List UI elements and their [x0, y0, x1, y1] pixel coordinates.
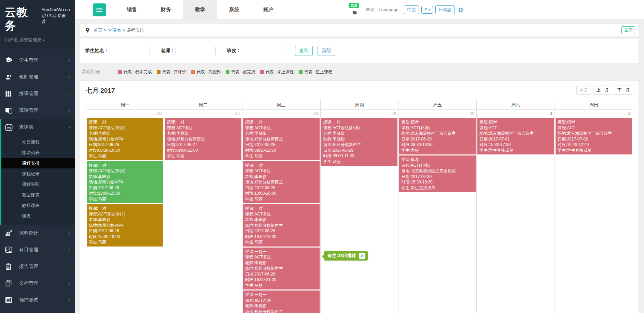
legend-item: 代表 : 都完成: [226, 69, 255, 75]
breadcrumb-link-查课表[interactable]: 查课表: [108, 28, 121, 33]
event-card[interactable]: 授课:一对一课程:ACT语法老师:李晓影场地:郑州分校新西兰: [243, 290, 320, 313]
language-button-En[interactable]: En: [421, 6, 433, 14]
event-line: 时段:08:30-10:30: [401, 142, 474, 148]
event-line: 时段:09:00-11:00: [167, 148, 239, 153]
chevron-left-icon: ‹: [68, 74, 70, 80]
sidebar-item-科目管理[interactable]: 5+2科目管理‹: [0, 241, 75, 258]
sidebar-item-学生管理[interactable]: 学生管理‹: [0, 52, 75, 69]
day-cell-29: 29授课:一对一课程:ACT语法(补排)老师:李晓影助教:李晓影场地:郑州分校新…: [320, 110, 398, 313]
event-line: 学生:马丽: [89, 153, 161, 159]
user-menu[interactable]: 用户名:系统管理员: [0, 35, 75, 49]
calendar-23-icon: 23: [5, 123, 15, 131]
sidebar-item-报告管理[interactable]: 报告管理‹: [0, 258, 75, 275]
sidebar-item-查课表[interactable]: 23查课表‹: [1, 119, 75, 135]
submenu-item-课程安排[interactable]: 课程安排: [1, 158, 75, 168]
tab-销售[interactable]: 销售: [115, 0, 149, 19]
masks-icon: [5, 106, 15, 115]
event-card[interactable]: 授课:一对一课程:ACT语法老师:李晓影场地:郑州分校新西兰日期:2017-06…: [165, 118, 241, 160]
event-card[interactable]: 授课:一对一课程:ACT语法(补排)老师:李晓影场地:郑州分校VIP4日期:20…: [87, 204, 163, 247]
clear-button[interactable]: 清除: [318, 46, 335, 56]
submenu-item-排课列表[interactable]: 排课列表: [1, 147, 75, 158]
legend-item-label: 代表 : 只评价: [162, 69, 186, 75]
calendar-button-下一月[interactable]: 下一月: [614, 86, 633, 95]
event-line: 学生:马丽: [245, 239, 318, 245]
event-line: 日期:2017-06-30: [401, 136, 474, 142]
submenu-item-教室课表[interactable]: 教室课表: [1, 190, 75, 200]
filter-label: 老师 :: [161, 48, 173, 54]
event-line: 时段:08:30-10:30: [89, 148, 161, 153]
event-card[interactable]: 类型:模考课程:ACT(补排)场地:北京海淀校区三层会议室日期:2017-06-…: [399, 118, 476, 154]
brand-domain: YunJiaoWu.cn: [42, 7, 71, 12]
tooltip-close-icon[interactable]: ✕: [359, 253, 365, 259]
logout-icon[interactable]: [458, 7, 464, 13]
sidebar-item-班课管理[interactable]: 班课管理‹: [0, 102, 75, 119]
event-card[interactable]: 类型:模考课程:ACT场地:北京海淀校区三层会议室日期:2017-07-02时段…: [556, 118, 632, 154]
event-card[interactable]: 授课:一对一课程:ACT语法老师:李晓影场地:郑州分校新西兰日期:2017-06…: [243, 161, 320, 204]
word-label[interactable]: 单词: [366, 7, 375, 13]
event-card[interactable]: 授课:一对一课程:ACT语法(补排)老师:李晓影场地:郑州分校VIP4日期:20…: [87, 161, 163, 204]
event-card[interactable]: 授课:一对一课程:ACT语法(补排)老师:李晓影助教:李晓影场地:郑州分校新西兰…: [321, 118, 398, 166]
event-line: 场地:北京海淀校区三层会议室: [558, 131, 630, 136]
breadcrumb-separator: >: [123, 28, 125, 33]
event-line: 日期:2017-06-28: [245, 142, 318, 148]
submenu-item-教师课表[interactable]: 教师课表: [1, 200, 75, 211]
filter-input-老师[interactable]: [176, 47, 216, 55]
language-button-中文[interactable]: 中文: [404, 5, 419, 14]
submenu-item-课表[interactable]: 课表: [1, 211, 75, 221]
calendar-button-本月[interactable]: 本月: [576, 86, 591, 95]
tab-账户[interactable]: 账户: [251, 0, 285, 19]
event-line: 场地:郑州分校新西兰: [245, 309, 318, 313]
filter-input-学生姓名[interactable]: [110, 47, 150, 55]
event-line: 场地:郑州分校新西兰: [167, 136, 239, 142]
menu-toggle-button[interactable]: [93, 3, 106, 16]
board-5plus2-icon: 5+2: [5, 246, 15, 254]
event-line: 类型:模考: [558, 119, 630, 125]
breadcrumb-link-首页[interactable]: 首页: [94, 28, 102, 33]
event-line: 场地:北京海淀校区三层会议室: [401, 168, 474, 174]
search-button[interactable]: 查询: [295, 46, 313, 56]
event-card[interactable]: 类型:模考课程:ACT场地:北京海淀校区三层会议室日期:2017-07-01时段…: [477, 118, 554, 154]
event-line: 时段:09:30-11:30: [245, 148, 318, 153]
sidebar-item-排课管理[interactable]: 排课管理‹: [0, 85, 75, 102]
main-nav-tabs: 销售财务教学系统账户: [115, 0, 285, 19]
event-line: 课程:ACT语法(补排): [323, 125, 396, 131]
event-card[interactable]: 类型:模考课程:ACT(补排)场地:北京海淀校区三层会议室日期:2017-06-…: [399, 155, 476, 192]
legend-item-label: 代表 : 都未完成: [124, 69, 152, 75]
filter-label: 学生姓名 :: [85, 48, 107, 54]
event-card[interactable]: 授课:一对一课程:ACT语法老师:李晓影场地:郑州分校新西兰日期:2017-06…: [243, 118, 320, 160]
event-line: 授课:一对一: [89, 163, 161, 168]
sidebar-item-课程统计[interactable]: 课程统计‹: [0, 225, 75, 241]
event-line: 课程:ACT: [558, 125, 630, 131]
event-line: 老师:李晓影: [89, 131, 161, 136]
day-number: 2: [555, 110, 633, 118]
chevron-left-icon: ‹: [68, 297, 70, 303]
event-line: 日期:2017-06-29: [323, 148, 396, 153]
event-card[interactable]: 授课:一对一课程:ACT语法老师:李晓影场地:郑州分校新西兰日期:2017-06…: [243, 248, 320, 290]
event-line: 课程:ACT语法(补排): [89, 125, 161, 131]
submenu-item-课程签到[interactable]: 课程签到: [1, 179, 75, 190]
event-line: 授课:一对一: [245, 292, 318, 298]
event-line: 时段:15:00-18:00: [89, 234, 161, 240]
sidebar-item-文档管理[interactable]: 文档管理‹: [0, 275, 75, 292]
event-line: 时段:16:00-18:00: [245, 234, 318, 240]
documents-icon: [5, 279, 15, 287]
filter-label: 班次 :: [227, 48, 239, 54]
chevron-left-icon: ‹: [68, 108, 70, 113]
submenu-item-课程记录[interactable]: 课程记录: [1, 168, 75, 179]
word-widget[interactable]: 210: [348, 2, 362, 18]
event-card[interactable]: 授课:一对一课程:ACT语法老师:李晓影场地:郑州分校新西兰日期:2017-06…: [243, 204, 320, 247]
language-button-日本語[interactable]: 日本語: [435, 5, 455, 14]
event-line: 类型:模考: [401, 119, 474, 125]
tab-教学[interactable]: 教学: [183, 0, 217, 19]
back-button[interactable]: 返回: [621, 26, 635, 34]
tab-财务[interactable]: 财务: [149, 0, 183, 19]
event-card[interactable]: 授课:一对一课程:ACT语法(补排)老师:李晓影场地:郑州分校VIP4日期:20…: [87, 118, 163, 160]
event-line: 场地:郑州分校新西兰: [245, 179, 318, 185]
filter-input-班次[interactable]: [242, 47, 282, 55]
calendar-button-上一月[interactable]: 上一月: [593, 86, 612, 95]
submenu-item-今日课程[interactable]: 今日课程: [1, 137, 75, 147]
sidebar-item-预约测试[interactable]: 测预约测试‹: [0, 292, 75, 308]
sidebar-item-教师管理[interactable]: 教师管理‹: [0, 69, 75, 85]
tab-系统[interactable]: 系统: [217, 0, 251, 19]
event-line: 老师:李晓影: [245, 131, 318, 136]
